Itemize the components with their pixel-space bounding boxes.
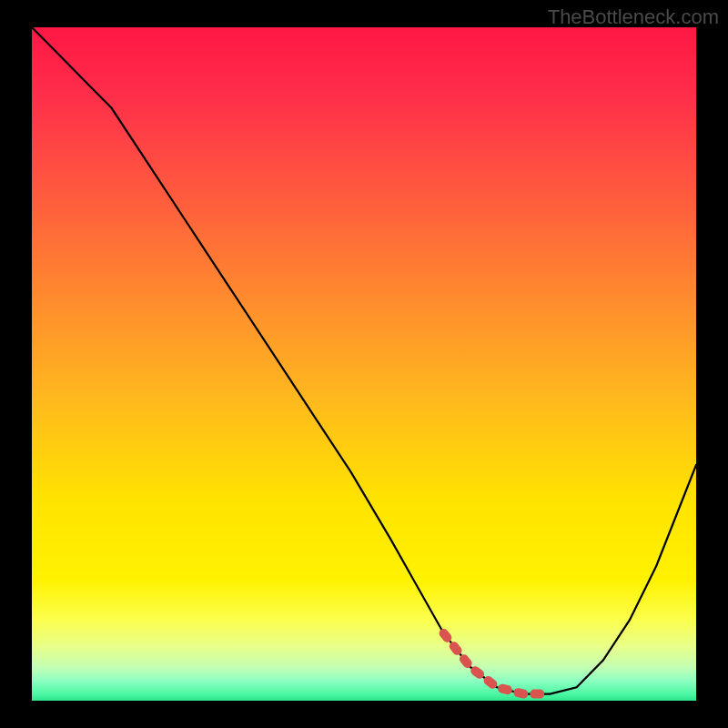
bottleneck-curve — [32, 27, 696, 701]
watermark-text: TheBottleneck.com — [548, 5, 719, 29]
trough-highlight — [444, 633, 551, 694]
plot-area — [32, 27, 696, 701]
curve-line — [32, 27, 696, 694]
